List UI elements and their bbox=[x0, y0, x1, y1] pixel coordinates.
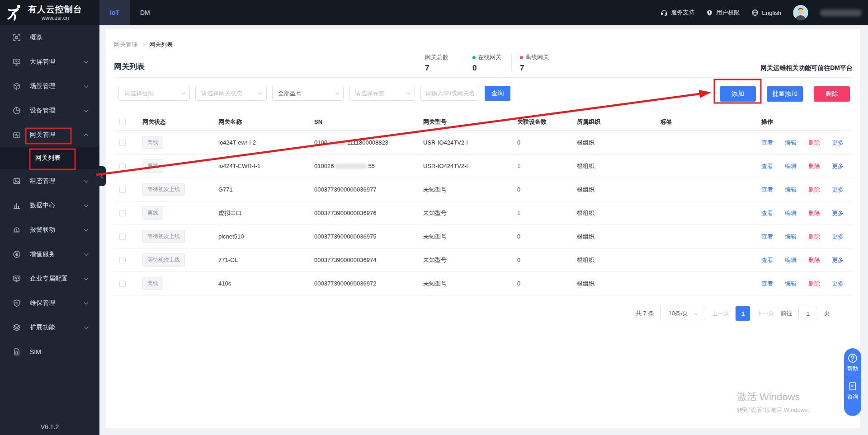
sidebar-collapse-handle[interactable] bbox=[99, 166, 106, 186]
sidebar-item-data-center[interactable]: 数据中心 bbox=[0, 193, 99, 218]
row-action-编辑[interactable]: 编辑 bbox=[785, 209, 797, 217]
row-checkbox[interactable] bbox=[119, 163, 126, 169]
document-icon[interactable] bbox=[848, 381, 858, 391]
row-action-更多[interactable]: 更多 bbox=[832, 186, 844, 194]
chevron-down-icon bbox=[84, 227, 89, 232]
row-action-查看[interactable]: 查看 bbox=[761, 280, 773, 288]
topbar-link-服务支持[interactable]: 服务支持 bbox=[660, 9, 694, 17]
gateway-icon bbox=[13, 131, 21, 139]
row-action-查看[interactable]: 查看 bbox=[761, 186, 773, 194]
search-button[interactable]: 查询 bbox=[485, 86, 510, 101]
sidebar-item-hmi-management[interactable]: 组态管理 bbox=[0, 169, 99, 193]
sidebar-subitem-gateway-list[interactable]: 网关列表 bbox=[0, 147, 99, 169]
row-action-编辑[interactable]: 编辑 bbox=[785, 162, 797, 170]
row-checkbox[interactable] bbox=[119, 234, 126, 240]
organization: 根组织 bbox=[577, 256, 660, 264]
sidebar-item-scene-management[interactable]: 场景管理 bbox=[0, 74, 99, 98]
filter-select-1[interactable]: 请选择网关状态 bbox=[195, 86, 267, 101]
status-badge: 离线 bbox=[142, 206, 163, 220]
sidebar-item-overview[interactable]: 概览 bbox=[0, 25, 99, 50]
row-action-编辑[interactable]: 编辑 bbox=[785, 186, 797, 194]
page-size-select[interactable]: 10条/页 bbox=[660, 307, 705, 320]
consult-button[interactable]: 咨询 bbox=[847, 393, 858, 401]
row-actions: 查看编辑删除更多 bbox=[761, 162, 853, 170]
sn-search-input[interactable] bbox=[420, 86, 479, 101]
row-checkbox[interactable] bbox=[119, 281, 126, 287]
row-action-更多[interactable]: 更多 bbox=[832, 139, 844, 147]
sidebar-item-maintenance-management[interactable]: 维保管理 bbox=[0, 291, 99, 315]
row-action-更多[interactable]: 更多 bbox=[832, 209, 844, 217]
row-checkbox[interactable] bbox=[119, 140, 126, 146]
row-action-编辑[interactable]: 编辑 bbox=[785, 280, 797, 288]
device-icon bbox=[13, 107, 21, 115]
row-action-更多[interactable]: 更多 bbox=[832, 233, 844, 241]
filter-select-0[interactable]: 请选择组织 bbox=[118, 86, 190, 101]
goto-label: 前往 bbox=[780, 309, 792, 318]
row-action-删除[interactable]: 删除 bbox=[808, 280, 820, 288]
linked-device-count[interactable]: 1 bbox=[517, 210, 577, 216]
app-title: 有人云控制台 bbox=[28, 4, 82, 15]
add-button[interactable]: 添加 bbox=[720, 86, 756, 102]
row-action-更多[interactable]: 更多 bbox=[832, 280, 844, 288]
sidebar-item-gateway-management[interactable]: 网关管理 bbox=[0, 123, 99, 147]
row-action-查看[interactable]: 查看 bbox=[761, 162, 773, 170]
tab-dm[interactable]: DM bbox=[130, 0, 160, 25]
sidebar-item-alarm-linkage[interactable]: 报警联动 bbox=[0, 218, 99, 242]
row-action-更多[interactable]: 更多 bbox=[832, 256, 844, 264]
row-action-编辑[interactable]: 编辑 bbox=[785, 139, 797, 147]
page-1-button[interactable]: 1 bbox=[736, 306, 750, 321]
row-action-查看[interactable]: 查看 bbox=[761, 139, 773, 147]
alarm-icon bbox=[13, 226, 21, 234]
sidebar-item-sim[interactable]: SIM bbox=[0, 340, 99, 364]
next-page-button[interactable]: 下一页 bbox=[756, 309, 774, 318]
help-button[interactable]: 帮助 bbox=[847, 365, 858, 373]
sidebar-item-value-added-services[interactable]: 增值服务 bbox=[0, 242, 99, 267]
row-action-删除[interactable]: 删除 bbox=[808, 256, 820, 264]
sidebar-item-screen-management[interactable]: 大屏管理 bbox=[0, 50, 99, 74]
gateway-name: 虚拟串口 bbox=[218, 209, 314, 217]
delete-button[interactable]: 删除 bbox=[814, 86, 850, 102]
topbar-link-用户权限[interactable]: 用户权限 bbox=[706, 9, 740, 17]
linked-device-count[interactable]: 1 bbox=[517, 163, 577, 169]
select-all-checkbox[interactable] bbox=[119, 119, 126, 125]
help-circle-icon[interactable] bbox=[848, 353, 858, 363]
row-checkbox[interactable] bbox=[119, 187, 126, 193]
goto-page-input[interactable] bbox=[798, 307, 817, 320]
pagination: 共 7 条 10条/页 上一页 1 下一页 前往 页 bbox=[636, 306, 830, 321]
redacted-sn-segment bbox=[335, 164, 367, 169]
tab-iot[interactable]: IoT bbox=[99, 0, 130, 25]
row-action-删除[interactable]: 删除 bbox=[808, 209, 820, 217]
topbar-link-English[interactable]: English bbox=[751, 9, 781, 16]
row-action-删除[interactable]: 删除 bbox=[808, 233, 820, 241]
table-body: 离线 io424T-ewr-i-2 01001111800008823 USR-… bbox=[114, 131, 853, 295]
row-action-查看[interactable]: 查看 bbox=[761, 233, 773, 241]
sidebar-item-device-management[interactable]: 设备管理 bbox=[0, 98, 99, 123]
sidebar-item-extensions[interactable]: 扩展功能 bbox=[0, 315, 99, 340]
row-checkbox[interactable] bbox=[119, 257, 126, 263]
row-action-删除[interactable]: 删除 bbox=[808, 186, 820, 194]
sidebar-item-enterprise-config[interactable]: 企业专属配置 bbox=[0, 267, 99, 291]
divider bbox=[511, 53, 512, 71]
avatar[interactable] bbox=[793, 5, 808, 20]
organization: 根组织 bbox=[577, 233, 660, 241]
filter-select-3[interactable]: 请选择标签 bbox=[349, 86, 415, 101]
user-name-redacted[interactable] bbox=[820, 9, 862, 16]
row-action-查看[interactable]: 查看 bbox=[761, 256, 773, 264]
filter-select-2[interactable]: 全部型号 bbox=[272, 86, 344, 101]
row-action-更多[interactable]: 更多 bbox=[832, 162, 844, 170]
row-action-删除[interactable]: 删除 bbox=[808, 162, 820, 170]
status-dot bbox=[472, 56, 476, 59]
table-header-row: 网关状态网关名称SN网关型号关联设备数所属组织标签操作 bbox=[114, 113, 853, 131]
row-action-编辑[interactable]: 编辑 bbox=[785, 233, 797, 241]
data-icon bbox=[13, 201, 21, 210]
row-action-编辑[interactable]: 编辑 bbox=[785, 256, 797, 264]
row-action-查看[interactable]: 查看 bbox=[761, 209, 773, 217]
logo[interactable]: 有人云控制台 www.usr.cn bbox=[0, 0, 99, 25]
column-header-网关状态: 网关状态 bbox=[142, 118, 218, 126]
chevron-down-icon bbox=[84, 84, 89, 88]
prev-page-button[interactable]: 上一页 bbox=[712, 309, 729, 318]
breadcrumb-parent[interactable]: 网关管理 bbox=[114, 41, 137, 49]
row-checkbox[interactable] bbox=[119, 210, 126, 216]
batch-add-button[interactable]: 批量添加 bbox=[767, 86, 803, 102]
row-action-删除[interactable]: 删除 bbox=[808, 139, 820, 147]
